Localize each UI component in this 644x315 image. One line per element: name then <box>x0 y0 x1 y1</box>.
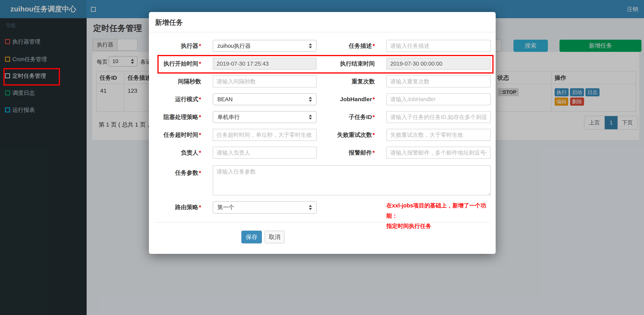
timeout-input[interactable] <box>213 129 316 141</box>
save-button[interactable]: 保存 <box>241 231 262 243</box>
child-job-id-input[interactable] <box>386 111 491 123</box>
run-mode-label: 运行模式* <box>153 93 201 105</box>
params-textarea[interactable] <box>213 165 491 195</box>
form-row: 执行开始时间* 执行结束时间 <box>149 58 496 70</box>
select-caret-icon <box>309 204 312 210</box>
alarm-email-input[interactable] <box>386 147 491 159</box>
repeat-label: 重复次数 <box>319 76 375 88</box>
block-strategy-select[interactable]: 单机串行 <box>213 111 316 123</box>
cancel-button[interactable]: 取消 <box>264 231 285 243</box>
params-label: 任务参数* <box>153 167 201 179</box>
form-row: 运行模式* BEAN JobHandler* <box>149 93 496 105</box>
timeout-label: 任务超时时间* <box>153 129 201 141</box>
alarm-email-label: 报警邮件* <box>319 147 375 159</box>
add-task-modal: 新增任务 执行器* zuihou执行器 任务描述* 执行开始时间* 执行结束时间… <box>149 12 496 254</box>
child-job-id-label: 子任务ID* <box>319 111 375 123</box>
executor-select[interactable]: zuihou执行器 <box>213 40 316 52</box>
interval-input[interactable] <box>213 76 316 88</box>
fail-retry-label: 失败重试次数* <box>319 129 375 141</box>
owner-label: 负责人* <box>153 147 201 159</box>
start-time-label: 执行开始时间* <box>153 58 201 70</box>
footer-divider <box>154 222 490 222</box>
modal-header: 新增任务 <box>149 12 496 32</box>
end-time-input[interactable] <box>386 58 491 70</box>
select-caret-icon <box>309 43 312 49</box>
executor-label: 执行器* <box>153 40 201 52</box>
end-time-label: 执行结束时间 <box>319 58 375 70</box>
select-caret-icon <box>309 96 312 102</box>
block-strategy-label: 阻塞处理策略* <box>153 111 201 123</box>
repeat-input[interactable] <box>386 76 491 88</box>
modal-title: 新增任务 <box>155 18 183 27</box>
task-desc-label: 任务描述* <box>319 40 375 52</box>
run-mode-select[interactable]: BEAN <box>213 93 316 105</box>
start-time-input[interactable] <box>213 58 316 70</box>
job-handler-label: JobHandler* <box>319 93 375 105</box>
form-row: 间隔秒数 重复次数 <box>149 76 496 88</box>
form-row: 执行器* zuihou执行器 任务描述* <box>149 40 496 52</box>
select-caret-icon <box>309 114 312 120</box>
route-strategy-select[interactable]: 第一个 <box>213 201 316 214</box>
form-row: 阻塞处理策略* 单机串行 子任务ID* <box>149 111 496 123</box>
interval-label: 间隔秒数 <box>153 76 201 88</box>
route-strategy-label: 路由策略* <box>153 201 201 213</box>
job-handler-input[interactable] <box>386 93 491 105</box>
form-row: 负责人* 报警邮件* <box>149 147 496 159</box>
form-row: 任务超时时间* 失败重试次数* <box>149 129 496 141</box>
task-desc-input[interactable] <box>386 40 491 52</box>
fail-retry-input[interactable] <box>386 129 491 141</box>
feature-note: 在xxl-jobs项目的基础上，新增了一个功能： 指定时间执行任务 <box>386 200 496 231</box>
owner-input[interactable] <box>213 147 316 159</box>
